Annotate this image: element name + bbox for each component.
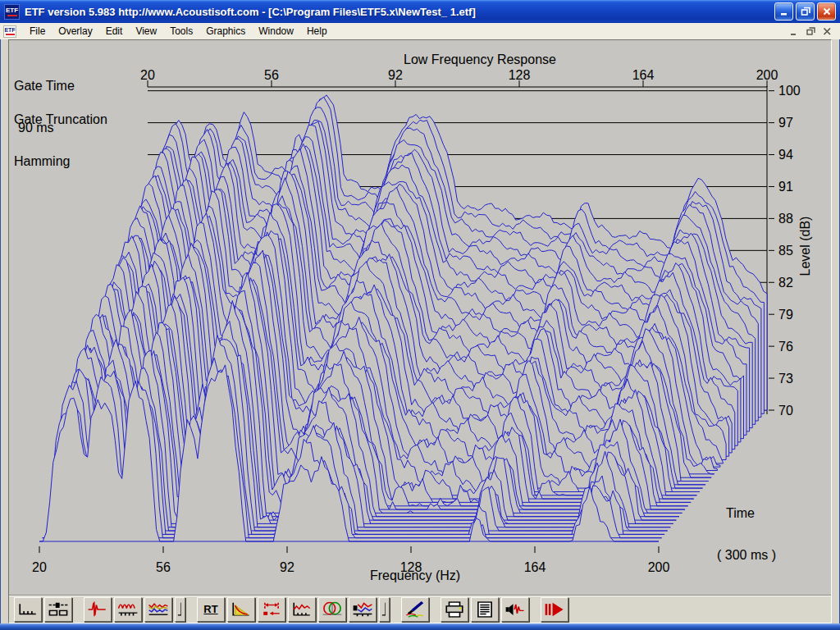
- window-title: ETF version 5.983 http://www.Acoustisoft…: [25, 6, 774, 18]
- menu-overlay[interactable]: Overlay: [52, 24, 98, 39]
- menu-graphics[interactable]: Graphics: [199, 24, 252, 39]
- frequency-axis-label: Frequency (Hz): [333, 568, 497, 582]
- measure-speaker-icon: [504, 600, 526, 619]
- close-button[interactable]: [817, 2, 836, 21]
- toolbar-button-gate-markers[interactable]: [258, 597, 285, 622]
- toolbar-button-cascade-display[interactable]: [14, 597, 42, 622]
- toolbar-button-axis-corner-left[interactable]: [175, 597, 185, 622]
- rt-label: RT: [203, 603, 217, 615]
- toolbar-button-report[interactable]: [471, 597, 499, 622]
- y-axis-tick: 91: [778, 180, 793, 194]
- impulse-response-icon: [87, 600, 108, 619]
- document-icon-text: ETF: [4, 27, 15, 33]
- menu-view[interactable]: View: [129, 24, 163, 39]
- mdi-client-area: 2056921281642001009794918885827976737020…: [8, 39, 832, 623]
- toolbar-button-frequency-response[interactable]: [288, 597, 316, 622]
- y-axis-tick: 88: [778, 212, 793, 226]
- menu-help[interactable]: Help: [300, 24, 334, 39]
- toolbar: RT: [9, 595, 831, 623]
- x-axis-top-tick: 56: [264, 68, 279, 82]
- gate-truncation-block: Gate Truncation Hamming: [14, 84, 107, 196]
- axis-corner-left-icon: [176, 600, 185, 619]
- window-border-left: [0, 39, 8, 623]
- phase-response-icon: [322, 600, 343, 619]
- x-axis-top-tick: 128: [509, 68, 531, 82]
- y-axis-tick: 73: [778, 372, 793, 386]
- child-minimize-icon: [790, 27, 799, 36]
- restore-button[interactable]: [796, 2, 815, 21]
- toolbar-button-impulse-response[interactable]: [84, 597, 112, 622]
- overlay-curves-icon: [148, 600, 169, 619]
- periodic-wave-icon: [117, 600, 139, 619]
- cascade-display-icon: [17, 600, 39, 619]
- toolbar-button-periodic-wave[interactable]: [114, 597, 142, 622]
- title-bar: ETF ETF version 5.983 http://www.Acousti…: [0, 0, 840, 23]
- app-icon: ETF: [4, 4, 20, 20]
- gate-markers-icon: [261, 600, 282, 619]
- energy-time-curve-icon: [231, 600, 252, 619]
- mdi-child-controls: [788, 25, 833, 37]
- x-axis-bottom-tick: 200: [648, 560, 670, 574]
- x-axis-top-tick: 164: [632, 68, 655, 82]
- y-axis-tick: 97: [778, 116, 793, 130]
- etf-application-window: { "window": { "title": "ETF version 5.98…: [0, 0, 840, 630]
- spectrum-overlay-icon: [352, 600, 373, 619]
- menu-window[interactable]: Window: [252, 24, 300, 39]
- frequency-response-icon: [291, 600, 313, 619]
- toolbar-button-phase-response[interactable]: [318, 597, 346, 622]
- x-axis-bottom-tick: 20: [32, 560, 47, 574]
- menu-tools[interactable]: Tools: [163, 24, 199, 39]
- x-axis-bottom-tick: 56: [156, 560, 171, 574]
- toolbar-button-overlay-curves[interactable]: [144, 597, 172, 622]
- y-axis-tick: 94: [778, 148, 793, 162]
- x-axis-top-tick: 92: [388, 68, 403, 82]
- display-controls-icon: [48, 600, 69, 619]
- x-axis-bottom-tick: 164: [524, 560, 546, 574]
- gate-truncation-label: Gate Truncation: [14, 112, 107, 126]
- menu-bar: ETF File Overlay Edit View Tools Graphic…: [0, 23, 840, 39]
- axis-corner-right-icon: [381, 600, 389, 619]
- report-icon: [474, 600, 495, 619]
- child-close-button[interactable]: [820, 25, 833, 37]
- close-icon: [822, 7, 832, 16]
- child-close-icon: [823, 27, 832, 36]
- toolbar-button-measure-speaker[interactable]: [501, 597, 529, 622]
- toolbar-button-spectrum-overlay[interactable]: [349, 597, 377, 622]
- child-minimize-button[interactable]: [788, 25, 801, 37]
- toolbar-button-print[interactable]: [441, 597, 468, 622]
- x-axis-top-tick: 20: [140, 68, 155, 82]
- print-icon: [444, 600, 465, 619]
- y-axis-tick: 79: [778, 308, 793, 322]
- gate-truncation-value: Hamming: [14, 154, 107, 168]
- document-icon-bar: [6, 34, 15, 35]
- y-axis-tick: 100: [778, 84, 801, 98]
- color-settings-icon: [404, 600, 426, 619]
- y-axis-tick: 70: [778, 404, 793, 418]
- toolbar-button-color-settings[interactable]: [401, 597, 429, 622]
- x-axis-top-tick: 200: [756, 68, 778, 82]
- toolbar-button-axis-corner-right[interactable]: [379, 597, 390, 622]
- document-icon: ETF: [3, 25, 16, 38]
- waterfall-plot: 2056921281642001009794918885827976737020…: [9, 40, 831, 595]
- time-axis-label: Time ( 300 ms ): [717, 478, 776, 590]
- level-axis-label: Level (dB): [798, 189, 813, 304]
- time-axis-label-line2: ( 300 ms ): [717, 548, 776, 562]
- toolbar-button-run-measurement[interactable]: [541, 597, 568, 622]
- window-border-bottom: [0, 623, 840, 630]
- chart-title: Low Frequency Response: [373, 52, 587, 66]
- app-icon-bar: [7, 15, 17, 16]
- app-icon-text: ETF: [6, 7, 18, 14]
- child-restore-button[interactable]: [804, 25, 817, 37]
- menu-edit[interactable]: Edit: [99, 24, 130, 39]
- toolbar-button-rt-measure[interactable]: RT: [197, 597, 225, 622]
- minimize-icon: [779, 7, 789, 16]
- menu-file[interactable]: File: [23, 24, 52, 39]
- minimize-button[interactable]: [774, 2, 793, 21]
- child-restore-icon: [806, 27, 815, 36]
- toolbar-button-display-controls[interactable]: [44, 597, 72, 622]
- x-axis-bottom-tick: 92: [280, 560, 294, 574]
- restore-icon: [801, 7, 810, 16]
- run-measurement-icon: [544, 600, 565, 619]
- y-axis-tick: 82: [778, 276, 793, 290]
- toolbar-button-energy-time-curve[interactable]: [227, 597, 255, 622]
